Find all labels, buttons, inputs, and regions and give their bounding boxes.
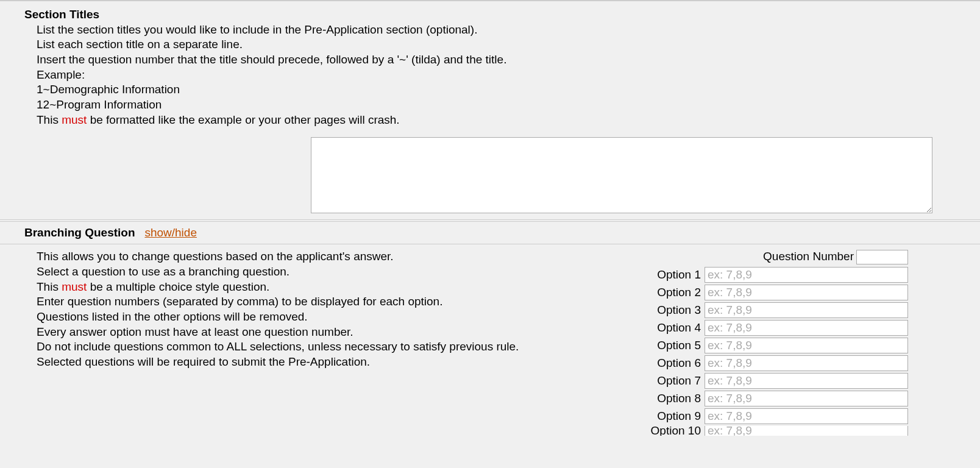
option-label: Option 10 (646, 426, 701, 436)
instruction-line: Enter question numbers (separated by com… (24, 294, 634, 310)
option-input-8[interactable] (705, 391, 908, 406)
option-row: Option 7 (646, 373, 908, 389)
option-row: Option 3 (646, 302, 908, 318)
option-row: Option 10 (646, 426, 908, 436)
instruction-line: List the section titles you would like t… (37, 23, 962, 38)
instruction-line: This allows you to change questions base… (24, 249, 634, 264)
option-input-9[interactable] (705, 408, 908, 424)
option-label: Option 8 (646, 391, 701, 406)
instruction-line: Example: (37, 68, 962, 83)
option-row: Option 8 (646, 391, 908, 406)
instruction-line: 12~Program Information (37, 98, 962, 113)
section-titles-textarea[interactable] (311, 137, 932, 213)
instruction-line: Selected questions will be required to s… (24, 355, 634, 370)
instruction-line: Insert the question number that the titl… (37, 52, 962, 68)
branching-heading: Branching Question (24, 226, 135, 239)
branching-question-block: Branching Question show/hide This allows… (0, 221, 980, 438)
show-hide-toggle[interactable]: show/hide (144, 226, 197, 239)
instruction-line: 1~Demographic Information (37, 82, 962, 98)
instruction-line: Select a question to use as a branching … (24, 264, 634, 280)
option-label: Option 6 (646, 356, 701, 371)
option-input-6[interactable] (705, 355, 908, 371)
option-label: Option 2 (646, 285, 701, 300)
option-row: Option 9 (646, 408, 908, 424)
option-row: Option 2 (646, 285, 908, 300)
option-row: Option 5 (646, 338, 908, 353)
option-label: Option 3 (646, 303, 701, 318)
branching-instructions: This allows you to change questions base… (24, 249, 634, 438)
instruction-must-line: This must be a multiple choice style que… (24, 280, 634, 295)
instruction-line: Do not include questions common to ALL s… (24, 339, 634, 355)
option-input-4[interactable] (705, 320, 908, 336)
question-number-label: Question Number (763, 249, 854, 264)
instruction-line: List each section title on a separate li… (37, 37, 962, 52)
instruction-line: Every answer option must have at least o… (24, 325, 634, 340)
option-row: Option 6 (646, 355, 908, 371)
must-word: must (62, 113, 87, 126)
options-panel: Question Number Option 1 Option 2 Option… (646, 249, 914, 438)
option-input-2[interactable] (705, 285, 908, 300)
option-label: Option 7 (646, 374, 701, 389)
option-input-5[interactable] (705, 338, 908, 353)
option-label: Option 4 (646, 321, 701, 336)
option-input-7[interactable] (705, 373, 908, 389)
option-label: Option 9 (646, 409, 701, 424)
option-input-3[interactable] (705, 302, 908, 318)
option-row: Option 1 (646, 267, 908, 283)
question-number-input[interactable] (856, 250, 908, 264)
section-titles-heading: Section Titles (24, 7, 962, 23)
instruction-line: Questions listed in the other options wi… (24, 310, 634, 325)
instruction-must-line: This must be formatted like the example … (37, 113, 962, 128)
section-titles-instructions: List the section titles you would like t… (37, 23, 962, 128)
option-label: Option 1 (646, 268, 701, 283)
option-label: Option 5 (646, 338, 701, 353)
section-titles-block: Section Titles List the section titles y… (0, 1, 980, 220)
must-word: must (62, 280, 87, 293)
option-row: Option 4 (646, 320, 908, 336)
option-input-1[interactable] (705, 267, 908, 283)
option-input-10[interactable] (705, 426, 908, 436)
